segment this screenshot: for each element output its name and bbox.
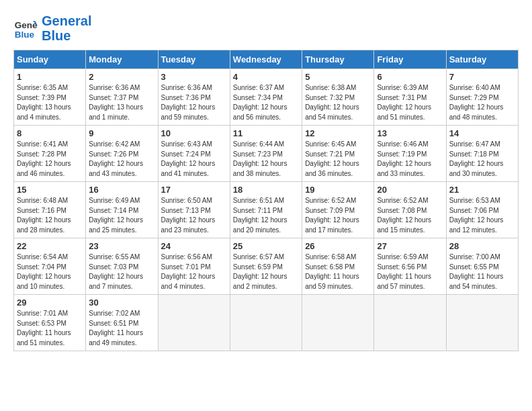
day-info: Sunrise: 7:02 AMSunset: 6:51 PMDaylight:… — [89, 309, 154, 348]
day-info: Sunrise: 6:48 AMSunset: 7:16 PMDaylight:… — [17, 196, 83, 235]
day-number: 18 — [233, 185, 299, 195]
day-number: 12 — [305, 128, 371, 138]
day-number: 19 — [305, 185, 371, 195]
day-number: 6 — [377, 72, 443, 82]
logo-text: GeneralBlue — [42, 13, 91, 43]
calendar-cell: 11 Sunrise: 6:44 AMSunset: 7:23 PMDaylig… — [230, 126, 302, 182]
day-info: Sunrise: 6:39 AMSunset: 7:31 PMDaylight:… — [377, 83, 443, 122]
day-number: 8 — [17, 128, 83, 138]
day-number: 5 — [305, 72, 371, 82]
day-info: Sunrise: 6:54 AMSunset: 7:04 PMDaylight:… — [17, 253, 83, 291]
calendar-cell: 19 Sunrise: 6:52 AMSunset: 7:09 PMDaylig… — [302, 182, 374, 238]
calendar-cell: 29 Sunrise: 7:01 AMSunset: 6:53 PMDaylig… — [14, 295, 86, 351]
day-number: 15 — [17, 185, 83, 195]
day-info: Sunrise: 6:51 AMSunset: 7:11 PMDaylight:… — [233, 196, 299, 235]
calendar-cell: 25 Sunrise: 6:57 AMSunset: 6:59 PMDaylig… — [230, 238, 302, 295]
day-info: Sunrise: 6:58 AMSunset: 6:58 PMDaylight:… — [305, 253, 371, 291]
day-info: Sunrise: 6:38 AMSunset: 7:32 PMDaylight:… — [305, 83, 371, 122]
calendar-cell: 26 Sunrise: 6:58 AMSunset: 6:58 PMDaylig… — [302, 238, 374, 295]
day-number: 10 — [161, 128, 227, 138]
calendar-cell: 14 Sunrise: 6:47 AMSunset: 7:18 PMDaylig… — [446, 126, 518, 182]
day-number: 30 — [89, 298, 154, 308]
calendar-cell: 16 Sunrise: 6:49 AMSunset: 7:14 PMDaylig… — [86, 182, 158, 238]
day-info: Sunrise: 6:47 AMSunset: 7:18 PMDaylight:… — [449, 140, 515, 179]
weekday-header: Tuesday — [158, 50, 230, 69]
weekday-header: Wednesday — [230, 50, 302, 69]
day-number: 14 — [449, 128, 515, 138]
calendar-table: SundayMondayTuesdayWednesdayThursdayFrid… — [13, 50, 519, 351]
day-info: Sunrise: 6:35 AMSunset: 7:39 PMDaylight:… — [17, 83, 83, 122]
day-number: 20 — [377, 185, 443, 195]
calendar-cell: 1 Sunrise: 6:35 AMSunset: 7:39 PMDayligh… — [14, 69, 86, 126]
day-number: 16 — [89, 185, 154, 195]
day-info: Sunrise: 6:42 AMSunset: 7:26 PMDaylight:… — [89, 140, 154, 179]
calendar-cell: 17 Sunrise: 6:50 AMSunset: 7:13 PMDaylig… — [158, 182, 230, 238]
calendar-cell: 23 Sunrise: 6:55 AMSunset: 7:03 PMDaylig… — [86, 238, 158, 295]
calendar-cell — [446, 295, 518, 351]
day-number: 3 — [161, 72, 227, 82]
logo-icon: General Blue — [13, 16, 38, 40]
calendar-cell — [374, 295, 446, 351]
calendar-cell: 12 Sunrise: 6:45 AMSunset: 7:21 PMDaylig… — [302, 126, 374, 182]
page-header: General Blue GeneralBlue — [13, 13, 519, 43]
calendar-cell: 5 Sunrise: 6:38 AMSunset: 7:32 PMDayligh… — [302, 69, 374, 126]
day-info: Sunrise: 7:00 AMSunset: 6:55 PMDaylight:… — [449, 253, 515, 291]
calendar-cell: 10 Sunrise: 6:43 AMSunset: 7:24 PMDaylig… — [158, 126, 230, 182]
day-info: Sunrise: 6:53 AMSunset: 7:06 PMDaylight:… — [449, 196, 515, 235]
calendar-cell: 3 Sunrise: 6:36 AMSunset: 7:36 PMDayligh… — [158, 69, 230, 126]
calendar-cell: 18 Sunrise: 6:51 AMSunset: 7:11 PMDaylig… — [230, 182, 302, 238]
day-info: Sunrise: 6:45 AMSunset: 7:21 PMDaylight:… — [305, 140, 371, 179]
day-number: 11 — [233, 128, 299, 138]
svg-text:Blue: Blue — [15, 30, 35, 40]
day-info: Sunrise: 6:36 AMSunset: 7:37 PMDaylight:… — [89, 83, 154, 122]
weekday-header: Monday — [86, 50, 158, 69]
day-info: Sunrise: 6:49 AMSunset: 7:14 PMDaylight:… — [89, 196, 154, 235]
day-number: 22 — [17, 241, 83, 251]
calendar-cell: 22 Sunrise: 6:54 AMSunset: 7:04 PMDaylig… — [14, 238, 86, 295]
calendar-cell — [158, 295, 230, 351]
calendar-cell — [302, 295, 374, 351]
weekday-header: Friday — [374, 50, 446, 69]
calendar-cell: 13 Sunrise: 6:46 AMSunset: 7:19 PMDaylig… — [374, 126, 446, 182]
day-number: 25 — [233, 241, 299, 251]
day-info: Sunrise: 6:36 AMSunset: 7:36 PMDaylight:… — [161, 83, 227, 122]
calendar-cell: 27 Sunrise: 6:59 AMSunset: 6:56 PMDaylig… — [374, 238, 446, 295]
day-info: Sunrise: 6:52 AMSunset: 7:09 PMDaylight:… — [305, 196, 371, 235]
day-number: 4 — [233, 72, 299, 82]
day-info: Sunrise: 6:37 AMSunset: 7:34 PMDaylight:… — [233, 83, 299, 122]
calendar-cell: 7 Sunrise: 6:40 AMSunset: 7:29 PMDayligh… — [446, 69, 518, 126]
day-info: Sunrise: 6:52 AMSunset: 7:08 PMDaylight:… — [377, 196, 443, 235]
day-number: 23 — [89, 241, 154, 251]
calendar-cell — [230, 295, 302, 351]
day-number: 26 — [305, 241, 371, 251]
calendar-cell: 6 Sunrise: 6:39 AMSunset: 7:31 PMDayligh… — [374, 69, 446, 126]
day-info: Sunrise: 6:59 AMSunset: 6:56 PMDaylight:… — [377, 253, 443, 291]
day-info: Sunrise: 6:43 AMSunset: 7:24 PMDaylight:… — [161, 140, 227, 179]
calendar-cell: 20 Sunrise: 6:52 AMSunset: 7:08 PMDaylig… — [374, 182, 446, 238]
day-number: 17 — [161, 185, 227, 195]
day-number: 7 — [449, 72, 515, 82]
day-info: Sunrise: 7:01 AMSunset: 6:53 PMDaylight:… — [17, 309, 83, 348]
day-info: Sunrise: 6:50 AMSunset: 7:13 PMDaylight:… — [161, 196, 227, 235]
day-info: Sunrise: 6:44 AMSunset: 7:23 PMDaylight:… — [233, 140, 299, 179]
day-number: 27 — [377, 241, 443, 251]
calendar-cell: 8 Sunrise: 6:41 AMSunset: 7:28 PMDayligh… — [14, 126, 86, 182]
day-number: 1 — [17, 72, 83, 82]
day-info: Sunrise: 6:56 AMSunset: 7:01 PMDaylight:… — [161, 253, 227, 291]
day-number: 21 — [449, 185, 515, 195]
weekday-header: Thursday — [302, 50, 374, 69]
day-info: Sunrise: 6:46 AMSunset: 7:19 PMDaylight:… — [377, 140, 443, 179]
day-info: Sunrise: 6:40 AMSunset: 7:29 PMDaylight:… — [449, 83, 515, 122]
weekday-header: Saturday — [446, 50, 518, 69]
calendar-cell: 4 Sunrise: 6:37 AMSunset: 7:34 PMDayligh… — [230, 69, 302, 126]
day-number: 2 — [89, 72, 154, 82]
calendar-cell: 30 Sunrise: 7:02 AMSunset: 6:51 PMDaylig… — [86, 295, 158, 351]
weekday-header: Sunday — [14, 50, 86, 69]
logo: General Blue GeneralBlue — [13, 13, 91, 43]
calendar-cell: 2 Sunrise: 6:36 AMSunset: 7:37 PMDayligh… — [86, 69, 158, 126]
day-number: 28 — [449, 241, 515, 251]
calendar-cell: 9 Sunrise: 6:42 AMSunset: 7:26 PMDayligh… — [86, 126, 158, 182]
day-number: 29 — [17, 298, 83, 308]
day-number: 13 — [377, 128, 443, 138]
calendar-cell: 21 Sunrise: 6:53 AMSunset: 7:06 PMDaylig… — [446, 182, 518, 238]
